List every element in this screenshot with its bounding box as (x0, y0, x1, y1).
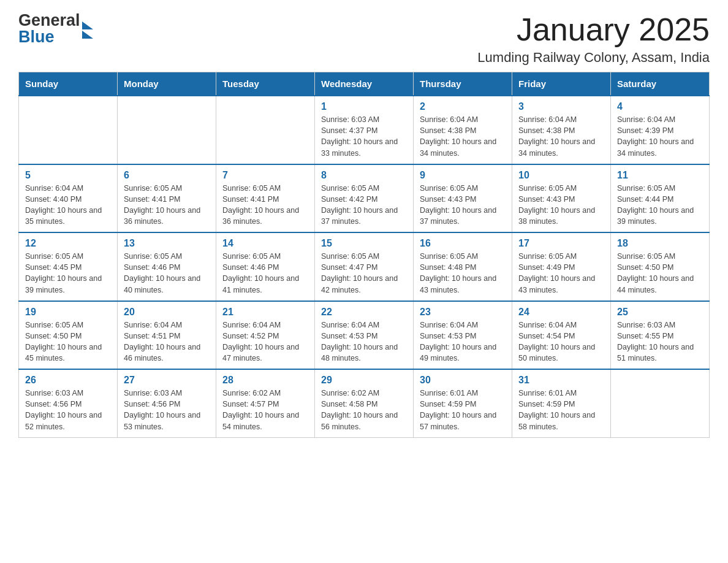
day-info: Sunrise: 6:05 AMSunset: 4:50 PMDaylight:… (617, 251, 703, 296)
calendar-cell: 6Sunrise: 6:05 AMSunset: 4:41 PMDaylight… (118, 164, 216, 233)
day-info: Sunrise: 6:05 AMSunset: 4:43 PMDaylight:… (420, 183, 506, 228)
day-info: Sunrise: 6:04 AMSunset: 4:38 PMDaylight:… (518, 114, 604, 159)
day-info: Sunrise: 6:03 AMSunset: 4:56 PMDaylight:… (124, 388, 210, 432)
calendar-cell: 25Sunrise: 6:03 AMSunset: 4:55 PMDayligh… (611, 301, 710, 370)
day-info: Sunrise: 6:03 AMSunset: 4:55 PMDaylight:… (617, 320, 703, 364)
day-info: Sunrise: 6:04 AMSunset: 4:51 PMDaylight:… (124, 320, 210, 364)
day-number: 14 (222, 238, 308, 249)
day-header-tuesday: Tuesday (216, 72, 315, 96)
calendar-cell: 30Sunrise: 6:01 AMSunset: 4:59 PMDayligh… (414, 369, 512, 437)
calendar-cell: 29Sunrise: 6:02 AMSunset: 4:58 PMDayligh… (315, 369, 414, 437)
calendar-cell (611, 369, 710, 437)
day-info: Sunrise: 6:05 AMSunset: 4:46 PMDaylight:… (222, 251, 308, 296)
day-info: Sunrise: 6:05 AMSunset: 4:46 PMDaylight:… (124, 251, 210, 296)
calendar-cell: 8Sunrise: 6:05 AMSunset: 4:42 PMDaylight… (315, 164, 414, 233)
day-info: Sunrise: 6:01 AMSunset: 4:59 PMDaylight:… (518, 388, 604, 432)
calendar-cell: 19Sunrise: 6:05 AMSunset: 4:50 PMDayligh… (19, 301, 118, 370)
week-row-3: 12Sunrise: 6:05 AMSunset: 4:45 PMDayligh… (19, 232, 710, 301)
calendar-cell: 18Sunrise: 6:05 AMSunset: 4:50 PMDayligh… (611, 232, 710, 301)
calendar-cell: 27Sunrise: 6:03 AMSunset: 4:56 PMDayligh… (118, 369, 216, 437)
week-row-4: 19Sunrise: 6:05 AMSunset: 4:50 PMDayligh… (19, 301, 710, 370)
day-number: 17 (518, 238, 604, 249)
day-header-wednesday: Wednesday (315, 72, 414, 96)
day-number: 3 (518, 101, 604, 112)
day-info: Sunrise: 6:04 AMSunset: 4:40 PMDaylight:… (25, 183, 111, 228)
subtitle: Lumding Railway Colony, Assam, India (477, 50, 710, 66)
day-info: Sunrise: 6:04 AMSunset: 4:52 PMDaylight:… (222, 320, 308, 364)
day-info: Sunrise: 6:05 AMSunset: 4:43 PMDaylight:… (518, 183, 604, 228)
day-info: Sunrise: 6:05 AMSunset: 4:42 PMDaylight:… (321, 183, 407, 228)
day-header-sunday: Sunday (19, 72, 118, 96)
calendar-cell: 21Sunrise: 6:04 AMSunset: 4:52 PMDayligh… (216, 301, 315, 370)
calendar-cell: 11Sunrise: 6:05 AMSunset: 4:44 PMDayligh… (611, 164, 710, 233)
calendar-cell (19, 96, 118, 164)
week-row-2: 5Sunrise: 6:04 AMSunset: 4:40 PMDaylight… (19, 164, 710, 233)
calendar-cell: 17Sunrise: 6:05 AMSunset: 4:49 PMDayligh… (512, 232, 611, 301)
day-number: 29 (321, 375, 407, 386)
day-number: 18 (617, 238, 703, 249)
day-number: 20 (124, 307, 210, 318)
logo-arrow-top (82, 21, 93, 29)
day-info: Sunrise: 6:04 AMSunset: 4:54 PMDaylight:… (518, 320, 604, 364)
day-number: 30 (420, 375, 506, 386)
day-number: 31 (518, 375, 604, 386)
calendar: SundayMondayTuesdayWednesdayThursdayFrid… (18, 72, 710, 438)
calendar-cell: 23Sunrise: 6:04 AMSunset: 4:53 PMDayligh… (414, 301, 512, 370)
day-info: Sunrise: 6:04 AMSunset: 4:53 PMDaylight:… (321, 320, 407, 364)
calendar-cell: 1Sunrise: 6:03 AMSunset: 4:37 PMDaylight… (315, 96, 414, 164)
calendar-cell: 31Sunrise: 6:01 AMSunset: 4:59 PMDayligh… (512, 369, 611, 437)
calendar-cell: 22Sunrise: 6:04 AMSunset: 4:53 PMDayligh… (315, 301, 414, 370)
logo: General Blue (18, 12, 93, 45)
header: General Blue January 2025 Lumding Railwa… (18, 12, 710, 66)
day-info: Sunrise: 6:05 AMSunset: 4:41 PMDaylight:… (124, 183, 210, 228)
day-info: Sunrise: 6:03 AMSunset: 4:56 PMDaylight:… (25, 388, 111, 432)
week-row-1: 1Sunrise: 6:03 AMSunset: 4:37 PMDaylight… (19, 96, 710, 164)
day-number: 10 (518, 170, 604, 181)
day-info: Sunrise: 6:05 AMSunset: 4:47 PMDaylight:… (321, 251, 407, 296)
calendar-cell: 14Sunrise: 6:05 AMSunset: 4:46 PMDayligh… (216, 232, 315, 301)
day-info: Sunrise: 6:05 AMSunset: 4:44 PMDaylight:… (617, 183, 703, 228)
calendar-cell (118, 96, 216, 164)
page-title: January 2025 (477, 12, 710, 47)
day-number: 15 (321, 238, 407, 249)
day-number: 27 (124, 375, 210, 386)
day-number: 12 (25, 238, 111, 249)
day-number: 28 (222, 375, 308, 386)
calendar-cell: 20Sunrise: 6:04 AMSunset: 4:51 PMDayligh… (118, 301, 216, 370)
day-number: 26 (25, 375, 111, 386)
day-number: 4 (617, 101, 703, 112)
calendar-cell: 7Sunrise: 6:05 AMSunset: 4:41 PMDaylight… (216, 164, 315, 233)
day-number: 1 (321, 101, 407, 112)
calendar-cell: 3Sunrise: 6:04 AMSunset: 4:38 PMDaylight… (512, 96, 611, 164)
title-area: January 2025 Lumding Railway Colony, Ass… (477, 12, 710, 66)
day-number: 6 (124, 170, 210, 181)
day-info: Sunrise: 6:04 AMSunset: 4:39 PMDaylight:… (617, 114, 703, 159)
day-number: 8 (321, 170, 407, 181)
calendar-cell: 2Sunrise: 6:04 AMSunset: 4:38 PMDaylight… (414, 96, 512, 164)
day-info: Sunrise: 6:04 AMSunset: 4:53 PMDaylight:… (420, 320, 506, 364)
calendar-cell: 26Sunrise: 6:03 AMSunset: 4:56 PMDayligh… (19, 369, 118, 437)
calendar-cell: 9Sunrise: 6:05 AMSunset: 4:43 PMDaylight… (414, 164, 512, 233)
calendar-cell: 28Sunrise: 6:02 AMSunset: 4:57 PMDayligh… (216, 369, 315, 437)
day-number: 23 (420, 307, 506, 318)
logo-general-text: General (18, 12, 80, 29)
day-header-thursday: Thursday (414, 72, 512, 96)
calendar-cell: 13Sunrise: 6:05 AMSunset: 4:46 PMDayligh… (118, 232, 216, 301)
calendar-cell: 15Sunrise: 6:05 AMSunset: 4:47 PMDayligh… (315, 232, 414, 301)
logo-blue-text: Blue (18, 29, 80, 45)
day-info: Sunrise: 6:04 AMSunset: 4:38 PMDaylight:… (420, 114, 506, 159)
day-info: Sunrise: 6:05 AMSunset: 4:49 PMDaylight:… (518, 251, 604, 296)
day-header-saturday: Saturday (611, 72, 710, 96)
day-number: 2 (420, 101, 506, 112)
day-header-friday: Friday (512, 72, 611, 96)
calendar-cell: 24Sunrise: 6:04 AMSunset: 4:54 PMDayligh… (512, 301, 611, 370)
calendar-cell: 10Sunrise: 6:05 AMSunset: 4:43 PMDayligh… (512, 164, 611, 233)
logo-arrow-bottom (82, 31, 93, 39)
week-row-5: 26Sunrise: 6:03 AMSunset: 4:56 PMDayligh… (19, 369, 710, 437)
day-info: Sunrise: 6:02 AMSunset: 4:58 PMDaylight:… (321, 388, 407, 432)
day-number: 13 (124, 238, 210, 249)
day-number: 25 (617, 307, 703, 318)
calendar-cell: 4Sunrise: 6:04 AMSunset: 4:39 PMDaylight… (611, 96, 710, 164)
day-number: 24 (518, 307, 604, 318)
day-header-monday: Monday (118, 72, 216, 96)
